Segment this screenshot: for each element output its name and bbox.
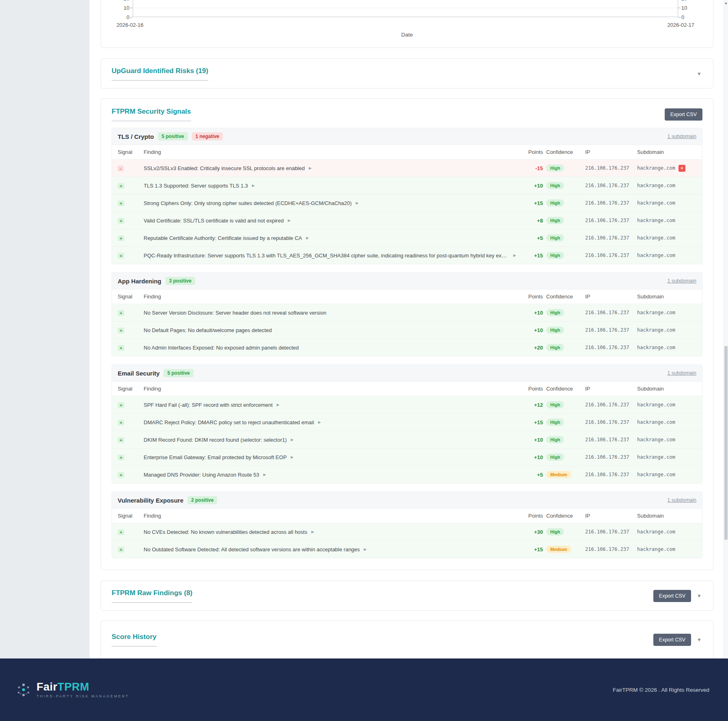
confidence-cell: High bbox=[546, 182, 582, 189]
confidence-badge: High bbox=[546, 344, 564, 351]
expand-arrow-icon[interactable]: ▶ bbox=[318, 420, 321, 424]
signal-badge: - bbox=[118, 166, 123, 171]
signal-table-row: +Reputable Certificate Authority: Certif… bbox=[112, 229, 702, 247]
signal-section: TLS / Crypto5 positive1 negative1 subdom… bbox=[112, 128, 702, 264]
finding-cell: No Admin Interfaces Exposed: No exposed … bbox=[144, 345, 516, 351]
confidence-cell: High bbox=[546, 419, 582, 426]
subdomain-link[interactable]: 1 subdomain bbox=[667, 278, 696, 284]
points-value: +15 bbox=[519, 253, 543, 259]
signal-table-row: +No Server Version Disclosure: Server he… bbox=[112, 304, 702, 322]
y-axis-tick bbox=[130, 8, 133, 8]
expand-arrow-icon[interactable]: ▶ bbox=[263, 473, 266, 477]
signal-table-row: +Enterprise Email Gateway: Email protect… bbox=[112, 449, 702, 466]
footer-brand-text: FairTPRM THIRD-PARTY RISK MANAGEMENT bbox=[37, 681, 129, 698]
footer-brand-name: FairTPRM bbox=[37, 681, 129, 693]
scrollbar-thumb[interactable] bbox=[724, 346, 728, 540]
expand-arrow-icon[interactable]: ▶ bbox=[277, 403, 280, 407]
expand-arrow-icon[interactable]: ▶ bbox=[306, 236, 309, 240]
signal-cell: + bbox=[118, 310, 140, 316]
signal-table-row: +No Default Pages: No default/welcome pa… bbox=[112, 322, 702, 339]
subdomain-value: hackrange.com bbox=[637, 310, 675, 315]
finding-cell: DMARC Reject Policy: DMARC policy set to… bbox=[144, 419, 516, 425]
expand-arrow-icon[interactable]: ▶ bbox=[309, 166, 312, 170]
points-value: +20 bbox=[519, 345, 543, 351]
finding-cell: Reputable Certificate Authority: Certifi… bbox=[144, 235, 516, 241]
finding-text: SSLv2/SSLv3 Enabled: Critically insecure… bbox=[144, 165, 305, 171]
confidence-cell: High bbox=[546, 309, 582, 316]
chart-gridline bbox=[133, 8, 678, 8]
signal-table-row: +Valid Certificate: SSL/TLS certificate … bbox=[112, 212, 702, 229]
signal-section: Vulnerability Exposure2 positive1 subdom… bbox=[112, 492, 702, 558]
signal-cell: + bbox=[118, 218, 140, 224]
export-csv-button[interactable]: Export CSV bbox=[653, 590, 691, 602]
positive-count-badge: 5 positive bbox=[164, 369, 193, 377]
column-header-finding: Finding bbox=[144, 294, 516, 300]
signal-badge: + bbox=[118, 420, 124, 425]
chevron-down-icon[interactable]: ▼ bbox=[697, 593, 702, 599]
y-axis-tick bbox=[130, 17, 133, 17]
expand-arrow-icon[interactable]: ▶ bbox=[291, 455, 294, 459]
expand-arrow-icon[interactable]: ▶ bbox=[311, 530, 314, 534]
confidence-badge: High bbox=[546, 436, 564, 443]
confidence-cell: Medium bbox=[546, 471, 582, 478]
signal-section-title: Email Security bbox=[118, 370, 159, 377]
column-header-points: Points bbox=[519, 386, 543, 392]
expand-arrow-icon[interactable]: ▶ bbox=[288, 218, 291, 222]
subdomain-link[interactable]: 1 subdomain bbox=[667, 370, 696, 376]
signal-section-header: App Hardening3 positive1 subdomain bbox=[112, 273, 702, 289]
subdomain-value: hackrange.com bbox=[637, 419, 675, 425]
expand-arrow-icon[interactable]: ▶ bbox=[364, 547, 367, 551]
points-value: +10 bbox=[519, 183, 543, 189]
finding-text: No Server Version Disclosure: Server hea… bbox=[144, 310, 326, 316]
expand-arrow-icon[interactable]: ▶ bbox=[513, 253, 516, 257]
y-axis-tick-label: 10 bbox=[681, 5, 694, 11]
signal-section-title: App Hardening bbox=[118, 278, 162, 285]
table-header-row: SignalFindingPointsConfidenceIPSubdomain bbox=[112, 509, 702, 523]
confidence-badge: High bbox=[546, 401, 564, 408]
chart-plot-area bbox=[133, 0, 678, 17]
confidence-badge: High bbox=[546, 453, 564, 461]
finding-text: No Admin Interfaces Exposed: No exposed … bbox=[144, 345, 299, 351]
finding-cell: SPF Hard Fail (-all): SPF record with st… bbox=[144, 402, 516, 408]
export-csv-button[interactable]: Export CSV bbox=[653, 634, 691, 646]
export-csv-button[interactable]: Export CSV bbox=[665, 108, 702, 121]
expand-arrow-icon[interactable]: ▶ bbox=[252, 183, 255, 188]
dismiss-button[interactable]: × bbox=[678, 165, 685, 172]
column-header-subdomain: Subdomain bbox=[637, 294, 696, 300]
finding-text: No Default Pages: No default/welcome pag… bbox=[144, 327, 272, 333]
signal-cell: + bbox=[118, 454, 140, 460]
ip-value: 216.106.176.237 bbox=[585, 310, 634, 315]
signal-cell: + bbox=[118, 235, 140, 241]
subdomain-link[interactable]: 1 subdomain bbox=[667, 134, 696, 139]
confidence-cell: High bbox=[546, 164, 582, 172]
table-header-row: SignalFindingPointsConfidenceIPSubdomain bbox=[112, 145, 702, 160]
raw-findings-actions: Export CSV ▼ bbox=[653, 590, 702, 602]
column-header-confidence: Confidence bbox=[546, 294, 582, 300]
signal-cell: + bbox=[118, 253, 140, 259]
y-axis-tick bbox=[678, 17, 681, 17]
subdomain-link[interactable]: 1 subdomain bbox=[667, 497, 696, 503]
chevron-down-icon[interactable]: ▼ bbox=[697, 637, 702, 643]
expand-arrow-icon[interactable]: ▶ bbox=[356, 201, 359, 205]
confidence-badge: High bbox=[546, 528, 564, 535]
points-value: +15 bbox=[519, 200, 543, 206]
column-header-signal: Signal bbox=[118, 294, 140, 300]
signal-cell: + bbox=[118, 327, 140, 333]
expand-arrow-icon[interactable]: ▶ bbox=[291, 438, 294, 442]
points-value: +8 bbox=[519, 218, 543, 224]
subdomain-value: hackrange.com bbox=[637, 165, 675, 171]
signal-badge: + bbox=[118, 547, 124, 553]
signal-table-row: +TLS 1.3 Supported: Server supports TLS … bbox=[112, 177, 702, 194]
subdomain-cell: hackrange.com bbox=[637, 529, 696, 535]
scrollbar-up-arrow-icon[interactable]: ▲ bbox=[724, 0, 728, 5]
ip-value: 216.106.176.237 bbox=[585, 218, 634, 223]
vertical-scrollbar[interactable]: ▲ bbox=[724, 0, 728, 658]
signal-cell: + bbox=[118, 529, 140, 535]
y-axis-tick bbox=[678, 8, 681, 8]
signal-badge: + bbox=[118, 345, 124, 351]
points-value: +5 bbox=[519, 472, 543, 478]
chevron-down-icon[interactable]: ▼ bbox=[697, 71, 702, 77]
signal-cell: + bbox=[118, 402, 140, 408]
security-signals-card: FTPRM Security Signals Export CSV TLS / … bbox=[101, 98, 713, 570]
signal-section: App Hardening3 positive1 subdomainSignal… bbox=[112, 272, 702, 356]
